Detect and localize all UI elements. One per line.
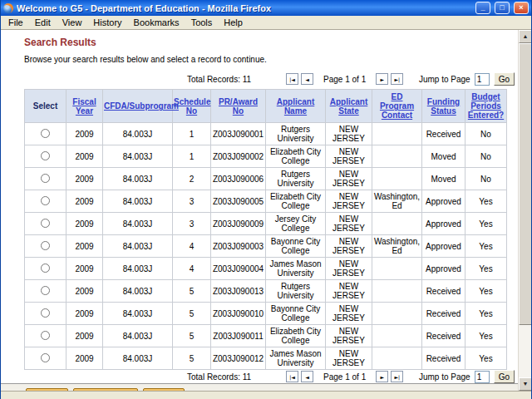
search-results-table: SelectFiscal YearCFDA/SubprogramSchedule… [24, 89, 507, 370]
column-header: Select [25, 90, 66, 123]
first-page-button[interactable]: |◄ [286, 73, 298, 85]
program-contact-cell [372, 258, 422, 280]
select-cell [25, 123, 66, 145]
prev-page-button[interactable]: ◄ [301, 73, 313, 85]
applicant-state-cell: NEW JERSEY [326, 168, 372, 190]
table-row: 2009 84.003J 5 Z003J090012 James Mason U… [25, 347, 507, 370]
cfda-cell: 84.003J [103, 145, 173, 168]
prev-page-button[interactable]: ◄ [301, 371, 313, 382]
record-radio[interactable] [41, 353, 50, 362]
funding-status-cell: Moved [422, 145, 466, 168]
column-header: CFDA/Subprogram [103, 90, 173, 123]
fiscal-year-cell: 2009 [66, 347, 103, 370]
applicant-state-cell: NEW JERSEY [326, 213, 372, 235]
table-row: 2009 84.003J 1 Z003J090002 Elizabeth Cit… [25, 145, 507, 168]
first-page-button[interactable]: |◄ [286, 371, 298, 382]
applicant-name-cell: Rutgers University [266, 168, 326, 190]
award-number-cell: Z003J090005 [211, 190, 266, 213]
menu-bookmarks[interactable]: Bookmarks [128, 17, 185, 28]
award-number-cell: Z003J090006 [211, 168, 266, 190]
select-cell [25, 303, 66, 325]
title-bar[interactable]: Welcome to G5 - Department of Education … [1, 0, 531, 16]
record-radio[interactable] [41, 264, 50, 273]
table-row: 2009 84.003J 4 Z003J090004 James Mason U… [25, 258, 507, 280]
column-sort-link[interactable]: Budget Periods Entered? [468, 92, 504, 120]
menu-help[interactable]: Help [218, 17, 249, 28]
budget-periods-cell: Yes [466, 213, 507, 235]
maximize-button[interactable]: □ [495, 2, 510, 14]
go-button[interactable]: Go [494, 72, 515, 86]
applicant-name-cell: James Mason University [266, 258, 326, 280]
applicant-name-cell: Elizabeth City College [266, 145, 326, 168]
schedule-cell: 1 [173, 123, 211, 145]
record-radio[interactable] [41, 331, 50, 340]
program-contact-cell: Washington, Ed [372, 235, 422, 258]
record-radio[interactable] [41, 129, 50, 138]
column-sort-link[interactable]: CFDA/Subprogram [104, 101, 179, 111]
scroll-down-icon[interactable]: ▼ [519, 377, 531, 391]
scrollbar-thumb[interactable] [519, 43, 531, 325]
jump-page-input[interactable] [475, 73, 490, 86]
select-cell [25, 190, 66, 213]
schedule-cell: 5 [173, 347, 211, 370]
menu-view[interactable]: View [57, 17, 88, 28]
column-sort-link[interactable]: Funding Status [427, 97, 460, 116]
budget-periods-cell: No [466, 145, 507, 168]
schedule-cell: 5 [173, 280, 211, 303]
record-radio[interactable] [41, 151, 50, 160]
table-row: 2009 84.003J 2 Z003J090006 Rutgers Unive… [25, 168, 507, 190]
select-cell [25, 258, 66, 280]
minimize-button[interactable]: _ [475, 2, 490, 14]
applicant-state-cell: NEW JERSEY [326, 190, 372, 213]
award-number-cell: Z003J090012 [211, 347, 266, 370]
record-radio[interactable] [41, 308, 50, 318]
menu-edit[interactable]: Edit [29, 17, 57, 28]
cfda-cell: 84.003J [103, 190, 173, 213]
instructions-text: Browse your search results below and sel… [24, 55, 518, 64]
jump-page-input[interactable] [475, 371, 490, 383]
vertical-scrollbar[interactable]: ▲ ▼ [518, 30, 531, 391]
next-page-button[interactable]: ► [376, 371, 388, 382]
program-contact-cell [372, 123, 422, 145]
record-radio[interactable] [41, 196, 50, 205]
budget-periods-cell: No [466, 168, 507, 190]
column-sort-link[interactable]: Applicant State [330, 97, 368, 116]
schedule-cell: 5 [173, 303, 211, 325]
applicant-state-cell: NEW JERSEY [326, 280, 372, 303]
menu-history[interactable]: History [87, 17, 127, 28]
menu-file[interactable]: File [2, 17, 29, 28]
jump-to-page-label: Jump to Page [419, 75, 470, 84]
last-page-button[interactable]: ►| [391, 371, 403, 382]
fiscal-year-cell: 2009 [66, 325, 103, 347]
fiscal-year-cell: 2009 [66, 168, 103, 190]
column-sort-link[interactable]: ED Program Contact [380, 92, 414, 120]
column-sort-link[interactable]: Applicant Name [277, 97, 315, 116]
budget-periods-cell: Yes [466, 347, 507, 370]
next-page-button[interactable]: ► [376, 73, 388, 85]
scroll-up-icon[interactable]: ▲ [519, 30, 531, 43]
close-button[interactable]: × [514, 2, 529, 14]
funding-status-cell: Approved [422, 213, 466, 235]
pagination-top: Total Records: 11 |◄ ◄ Page 1 of 1 ► ►| … [24, 72, 518, 86]
content-area: Search Results Browse your search result… [1, 30, 531, 391]
schedule-cell: 2 [173, 168, 211, 190]
column-sort-link[interactable]: Schedule No [174, 97, 210, 116]
last-page-button[interactable]: ►| [391, 73, 403, 85]
record-radio[interactable] [41, 241, 50, 250]
record-radio[interactable] [41, 219, 50, 228]
award-number-cell: Z003J090011 [211, 325, 266, 347]
cfda-cell: 84.003J [103, 168, 173, 190]
column-sort-link[interactable]: PR/Award No [219, 97, 258, 116]
column-sort-link[interactable]: Fiscal Year [72, 97, 96, 116]
page-indicator: Page 1 of 1 [323, 75, 366, 84]
menu-tools[interactable]: Tools [185, 17, 219, 28]
record-radio[interactable] [41, 174, 50, 183]
cfda-cell: 84.003J [103, 235, 173, 258]
budget-periods-cell: No [466, 123, 507, 145]
award-number-cell: Z003J090003 [211, 235, 266, 258]
record-radio[interactable] [41, 286, 50, 295]
column-header-label: Select [33, 101, 57, 111]
table-row: 2009 84.003J 3 Z003J090009 Jersey City C… [25, 213, 507, 235]
fiscal-year-cell: 2009 [66, 235, 103, 258]
go-button[interactable]: Go [494, 370, 515, 383]
